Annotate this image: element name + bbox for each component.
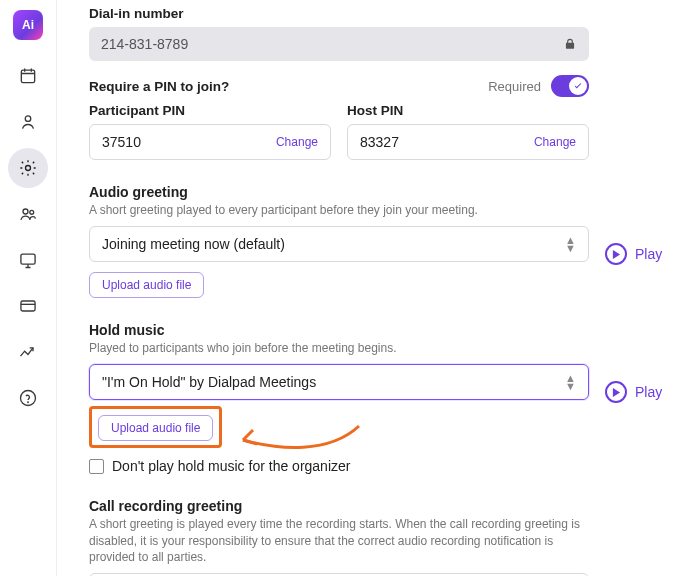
play-circle-icon [605, 381, 627, 403]
hold-music-play[interactable]: Play [605, 381, 662, 403]
sidebar-help[interactable] [8, 378, 48, 418]
svg-rect-5 [21, 254, 35, 264]
audio-greeting-upload[interactable]: Upload audio file [89, 272, 204, 298]
sidebar-settings[interactable] [8, 148, 48, 188]
people-icon [18, 204, 38, 224]
play-circle-icon [605, 243, 627, 265]
svg-rect-0 [21, 70, 34, 83]
help-icon [18, 388, 38, 408]
lock-icon [563, 37, 577, 51]
organizer-mute-checkbox[interactable] [89, 459, 104, 474]
play-label: Play [635, 384, 662, 400]
toggle-knob [569, 77, 587, 95]
sidebar-profile[interactable] [8, 102, 48, 142]
monitor-icon [18, 250, 38, 270]
person-icon [18, 112, 38, 132]
audio-greeting-play[interactable]: Play [605, 243, 662, 265]
brand-logo: Ai [13, 10, 43, 40]
organizer-mute-label: Don't play hold music for the organizer [112, 458, 350, 474]
card-icon [18, 296, 38, 316]
svg-rect-6 [21, 301, 35, 311]
participant-pin-box: 37510 Change [89, 124, 331, 160]
require-pin-toggle[interactable] [551, 75, 589, 97]
play-label: Play [635, 246, 662, 262]
hold-music-heading: Hold music [89, 322, 674, 338]
host-pin-value: 83327 [360, 134, 399, 150]
calendar-icon [18, 66, 38, 86]
hold-music-select[interactable]: "I'm On Hold" by Dialpad Meetings ▲▼ [89, 364, 589, 400]
gear-icon [18, 158, 38, 178]
dial-in-value-box: 214-831-8789 [89, 27, 589, 61]
participant-pin-change[interactable]: Change [276, 135, 318, 149]
host-pin-box: 83327 Change [347, 124, 589, 160]
settings-panel: Dial-in number 214-831-8789 Require a PI… [57, 0, 698, 576]
select-updown-icon: ▲▼ [565, 375, 576, 389]
hold-music-selected: "I'm On Hold" by Dialpad Meetings [102, 374, 316, 390]
host-pin-label: Host PIN [347, 103, 589, 118]
annotation-arrow-icon [229, 418, 369, 458]
require-pin-status: Required [488, 79, 541, 94]
audio-greeting-heading: Audio greeting [89, 184, 674, 200]
select-updown-icon: ▲▼ [565, 237, 576, 251]
audio-greeting-select[interactable]: Joining meeting now (default) ▲▼ [89, 226, 589, 262]
hold-music-desc: Played to participants who join before t… [89, 340, 589, 356]
annotation-highlight: Upload audio file [89, 406, 222, 448]
call-recording-desc: A short greeting is played every time th… [89, 516, 589, 565]
svg-point-8 [28, 402, 29, 403]
trend-icon [18, 342, 38, 362]
audio-greeting-desc: A short greeting played to every partici… [89, 202, 589, 218]
participant-pin-label: Participant PIN [89, 103, 331, 118]
dial-in-value: 214-831-8789 [101, 36, 188, 52]
host-pin-change[interactable]: Change [534, 135, 576, 149]
call-recording-heading: Call recording greeting [89, 498, 674, 514]
sidebar-billing[interactable] [8, 286, 48, 326]
svg-point-2 [26, 166, 31, 171]
sidebar-calendar[interactable] [8, 56, 48, 96]
sidebar: Ai [0, 0, 56, 576]
sidebar-display[interactable] [8, 240, 48, 280]
dial-in-label: Dial-in number [89, 6, 674, 21]
hold-music-upload[interactable]: Upload audio file [98, 415, 213, 441]
sidebar-people[interactable] [8, 194, 48, 234]
audio-greeting-selected: Joining meeting now (default) [102, 236, 285, 252]
check-icon [573, 81, 583, 91]
participant-pin-value: 37510 [102, 134, 141, 150]
svg-point-4 [30, 210, 34, 214]
svg-point-1 [25, 116, 31, 122]
require-pin-label: Require a PIN to join? [89, 79, 229, 94]
svg-point-3 [23, 209, 28, 214]
svg-point-7 [21, 391, 36, 406]
sidebar-analytics[interactable] [8, 332, 48, 372]
